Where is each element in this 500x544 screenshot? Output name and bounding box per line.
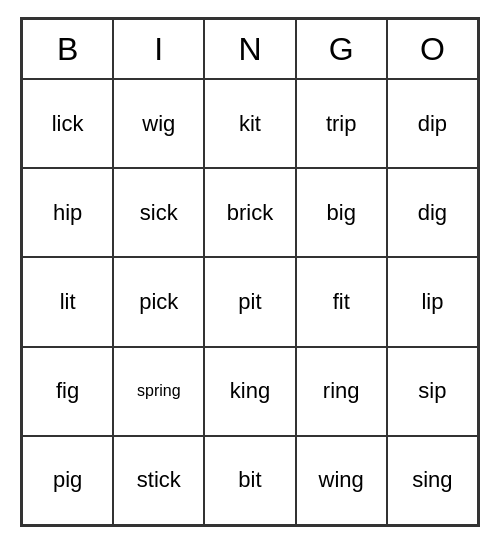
cell-r2-c1: hip bbox=[22, 168, 113, 257]
cell-r1-c2: wig bbox=[113, 79, 204, 168]
cell-r1-c3: kit bbox=[204, 79, 295, 168]
cell-r3-c4: fit bbox=[296, 257, 387, 346]
cell-r5-c3: bit bbox=[204, 436, 295, 525]
cell-r5-c5: sing bbox=[387, 436, 478, 525]
header-n: N bbox=[204, 19, 295, 79]
cell-r5-c2: stick bbox=[113, 436, 204, 525]
cell-r4-c2: spring bbox=[113, 347, 204, 436]
cell-r4-c5: sip bbox=[387, 347, 478, 436]
cell-r2-c5: dig bbox=[387, 168, 478, 257]
cell-r1-c5: dip bbox=[387, 79, 478, 168]
cell-r3-c5: lip bbox=[387, 257, 478, 346]
cell-r2-c2: sick bbox=[113, 168, 204, 257]
cell-r1-c4: trip bbox=[296, 79, 387, 168]
header-b: B bbox=[22, 19, 113, 79]
bingo-card: B I N G O lickwigkittripdiphipsickbrickb… bbox=[20, 17, 480, 527]
cell-r4-c3: king bbox=[204, 347, 295, 436]
cell-r5-c4: wing bbox=[296, 436, 387, 525]
cell-r2-c4: big bbox=[296, 168, 387, 257]
cell-r5-c1: pig bbox=[22, 436, 113, 525]
cell-r3-c3: pit bbox=[204, 257, 295, 346]
cell-r4-c4: ring bbox=[296, 347, 387, 436]
cell-r4-c1: fig bbox=[22, 347, 113, 436]
header-i: I bbox=[113, 19, 204, 79]
cell-r3-c2: pick bbox=[113, 257, 204, 346]
cell-r2-c3: brick bbox=[204, 168, 295, 257]
cell-r3-c1: lit bbox=[22, 257, 113, 346]
header-g: G bbox=[296, 19, 387, 79]
cell-r1-c1: lick bbox=[22, 79, 113, 168]
header-o: O bbox=[387, 19, 478, 79]
